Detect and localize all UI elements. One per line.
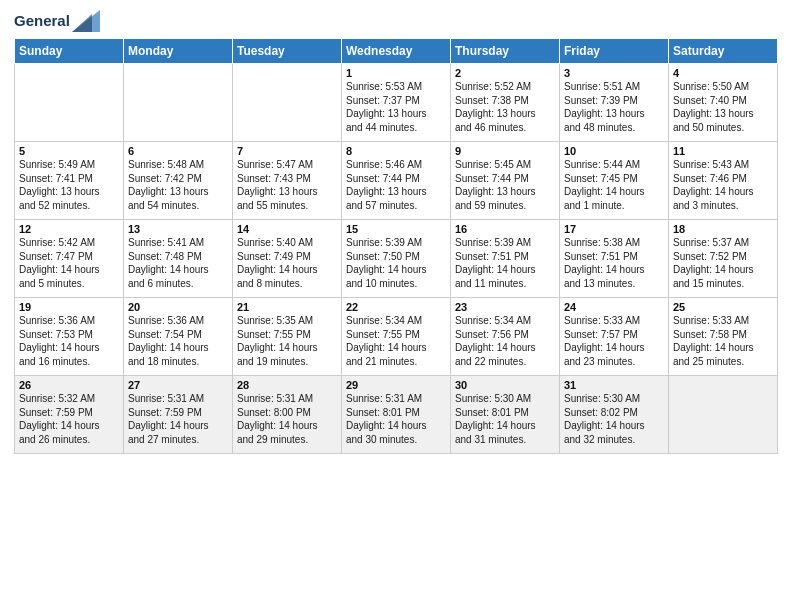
calendar-week-row: 1Sunrise: 5:53 AM Sunset: 7:37 PM Daylig… bbox=[15, 64, 778, 142]
calendar-day-header: Tuesday bbox=[233, 39, 342, 64]
calendar-cell: 2Sunrise: 5:52 AM Sunset: 7:38 PM Daylig… bbox=[451, 64, 560, 142]
day-number: 26 bbox=[19, 379, 119, 391]
day-number: 25 bbox=[673, 301, 773, 313]
calendar-day-header: Saturday bbox=[669, 39, 778, 64]
calendar-cell: 15Sunrise: 5:39 AM Sunset: 7:50 PM Dayli… bbox=[342, 220, 451, 298]
day-number: 17 bbox=[564, 223, 664, 235]
day-info: Sunrise: 5:41 AM Sunset: 7:48 PM Dayligh… bbox=[128, 236, 228, 290]
day-info: Sunrise: 5:39 AM Sunset: 7:50 PM Dayligh… bbox=[346, 236, 446, 290]
day-number: 14 bbox=[237, 223, 337, 235]
calendar-day-header: Monday bbox=[124, 39, 233, 64]
day-info: Sunrise: 5:45 AM Sunset: 7:44 PM Dayligh… bbox=[455, 158, 555, 212]
day-info: Sunrise: 5:44 AM Sunset: 7:45 PM Dayligh… bbox=[564, 158, 664, 212]
day-number: 27 bbox=[128, 379, 228, 391]
calendar-cell: 8Sunrise: 5:46 AM Sunset: 7:44 PM Daylig… bbox=[342, 142, 451, 220]
day-number: 22 bbox=[346, 301, 446, 313]
day-info: Sunrise: 5:32 AM Sunset: 7:59 PM Dayligh… bbox=[19, 392, 119, 446]
day-info: Sunrise: 5:30 AM Sunset: 8:02 PM Dayligh… bbox=[564, 392, 664, 446]
day-number: 7 bbox=[237, 145, 337, 157]
day-number: 16 bbox=[455, 223, 555, 235]
main-container: General SundayMondayTuesdayWednesdayThur… bbox=[0, 0, 792, 464]
day-info: Sunrise: 5:34 AM Sunset: 7:56 PM Dayligh… bbox=[455, 314, 555, 368]
calendar-cell: 5Sunrise: 5:49 AM Sunset: 7:41 PM Daylig… bbox=[15, 142, 124, 220]
day-info: Sunrise: 5:47 AM Sunset: 7:43 PM Dayligh… bbox=[237, 158, 337, 212]
calendar-day-header: Wednesday bbox=[342, 39, 451, 64]
day-number: 23 bbox=[455, 301, 555, 313]
day-info: Sunrise: 5:31 AM Sunset: 8:00 PM Dayligh… bbox=[237, 392, 337, 446]
day-info: Sunrise: 5:52 AM Sunset: 7:38 PM Dayligh… bbox=[455, 80, 555, 134]
day-number: 3 bbox=[564, 67, 664, 79]
calendar-week-row: 19Sunrise: 5:36 AM Sunset: 7:53 PM Dayli… bbox=[15, 298, 778, 376]
calendar-cell bbox=[15, 64, 124, 142]
day-number: 10 bbox=[564, 145, 664, 157]
day-number: 12 bbox=[19, 223, 119, 235]
day-number: 2 bbox=[455, 67, 555, 79]
calendar-cell: 16Sunrise: 5:39 AM Sunset: 7:51 PM Dayli… bbox=[451, 220, 560, 298]
calendar-cell: 10Sunrise: 5:44 AM Sunset: 7:45 PM Dayli… bbox=[560, 142, 669, 220]
day-number: 28 bbox=[237, 379, 337, 391]
day-info: Sunrise: 5:42 AM Sunset: 7:47 PM Dayligh… bbox=[19, 236, 119, 290]
day-number: 18 bbox=[673, 223, 773, 235]
day-info: Sunrise: 5:46 AM Sunset: 7:44 PM Dayligh… bbox=[346, 158, 446, 212]
calendar-cell: 12Sunrise: 5:42 AM Sunset: 7:47 PM Dayli… bbox=[15, 220, 124, 298]
calendar-cell: 27Sunrise: 5:31 AM Sunset: 7:59 PM Dayli… bbox=[124, 376, 233, 454]
day-info: Sunrise: 5:40 AM Sunset: 7:49 PM Dayligh… bbox=[237, 236, 337, 290]
calendar-cell: 29Sunrise: 5:31 AM Sunset: 8:01 PM Dayli… bbox=[342, 376, 451, 454]
day-number: 4 bbox=[673, 67, 773, 79]
day-info: Sunrise: 5:39 AM Sunset: 7:51 PM Dayligh… bbox=[455, 236, 555, 290]
day-number: 6 bbox=[128, 145, 228, 157]
calendar-cell: 4Sunrise: 5:50 AM Sunset: 7:40 PM Daylig… bbox=[669, 64, 778, 142]
day-info: Sunrise: 5:30 AM Sunset: 8:01 PM Dayligh… bbox=[455, 392, 555, 446]
calendar-cell bbox=[233, 64, 342, 142]
calendar-day-header: Thursday bbox=[451, 39, 560, 64]
calendar-cell: 26Sunrise: 5:32 AM Sunset: 7:59 PM Dayli… bbox=[15, 376, 124, 454]
day-info: Sunrise: 5:53 AM Sunset: 7:37 PM Dayligh… bbox=[346, 80, 446, 134]
day-info: Sunrise: 5:43 AM Sunset: 7:46 PM Dayligh… bbox=[673, 158, 773, 212]
calendar-week-row: 12Sunrise: 5:42 AM Sunset: 7:47 PM Dayli… bbox=[15, 220, 778, 298]
calendar-cell: 14Sunrise: 5:40 AM Sunset: 7:49 PM Dayli… bbox=[233, 220, 342, 298]
calendar-cell: 11Sunrise: 5:43 AM Sunset: 7:46 PM Dayli… bbox=[669, 142, 778, 220]
day-number: 24 bbox=[564, 301, 664, 313]
calendar-cell: 13Sunrise: 5:41 AM Sunset: 7:48 PM Dayli… bbox=[124, 220, 233, 298]
day-number: 5 bbox=[19, 145, 119, 157]
day-info: Sunrise: 5:49 AM Sunset: 7:41 PM Dayligh… bbox=[19, 158, 119, 212]
calendar-cell: 31Sunrise: 5:30 AM Sunset: 8:02 PM Dayli… bbox=[560, 376, 669, 454]
day-info: Sunrise: 5:35 AM Sunset: 7:55 PM Dayligh… bbox=[237, 314, 337, 368]
calendar-cell: 25Sunrise: 5:33 AM Sunset: 7:58 PM Dayli… bbox=[669, 298, 778, 376]
day-info: Sunrise: 5:36 AM Sunset: 7:53 PM Dayligh… bbox=[19, 314, 119, 368]
day-info: Sunrise: 5:33 AM Sunset: 7:57 PM Dayligh… bbox=[564, 314, 664, 368]
calendar-cell: 9Sunrise: 5:45 AM Sunset: 7:44 PM Daylig… bbox=[451, 142, 560, 220]
calendar-cell bbox=[669, 376, 778, 454]
calendar-week-row: 5Sunrise: 5:49 AM Sunset: 7:41 PM Daylig… bbox=[15, 142, 778, 220]
logo: General bbox=[14, 10, 100, 32]
calendar-cell: 23Sunrise: 5:34 AM Sunset: 7:56 PM Dayli… bbox=[451, 298, 560, 376]
day-info: Sunrise: 5:51 AM Sunset: 7:39 PM Dayligh… bbox=[564, 80, 664, 134]
day-number: 13 bbox=[128, 223, 228, 235]
day-number: 19 bbox=[19, 301, 119, 313]
calendar-cell: 19Sunrise: 5:36 AM Sunset: 7:53 PM Dayli… bbox=[15, 298, 124, 376]
calendar-cell: 7Sunrise: 5:47 AM Sunset: 7:43 PM Daylig… bbox=[233, 142, 342, 220]
calendar-day-header: Friday bbox=[560, 39, 669, 64]
calendar-day-header: Sunday bbox=[15, 39, 124, 64]
calendar-cell: 20Sunrise: 5:36 AM Sunset: 7:54 PM Dayli… bbox=[124, 298, 233, 376]
day-info: Sunrise: 5:31 AM Sunset: 8:01 PM Dayligh… bbox=[346, 392, 446, 446]
calendar-cell: 3Sunrise: 5:51 AM Sunset: 7:39 PM Daylig… bbox=[560, 64, 669, 142]
calendar-cell: 18Sunrise: 5:37 AM Sunset: 7:52 PM Dayli… bbox=[669, 220, 778, 298]
day-info: Sunrise: 5:50 AM Sunset: 7:40 PM Dayligh… bbox=[673, 80, 773, 134]
day-number: 30 bbox=[455, 379, 555, 391]
calendar-header-row: SundayMondayTuesdayWednesdayThursdayFrid… bbox=[15, 39, 778, 64]
calendar-cell: 21Sunrise: 5:35 AM Sunset: 7:55 PM Dayli… bbox=[233, 298, 342, 376]
day-number: 20 bbox=[128, 301, 228, 313]
day-info: Sunrise: 5:38 AM Sunset: 7:51 PM Dayligh… bbox=[564, 236, 664, 290]
day-number: 15 bbox=[346, 223, 446, 235]
calendar-cell: 1Sunrise: 5:53 AM Sunset: 7:37 PM Daylig… bbox=[342, 64, 451, 142]
calendar-week-row: 26Sunrise: 5:32 AM Sunset: 7:59 PM Dayli… bbox=[15, 376, 778, 454]
day-number: 21 bbox=[237, 301, 337, 313]
day-number: 31 bbox=[564, 379, 664, 391]
calendar-cell bbox=[124, 64, 233, 142]
day-info: Sunrise: 5:48 AM Sunset: 7:42 PM Dayligh… bbox=[128, 158, 228, 212]
calendar-cell: 22Sunrise: 5:34 AM Sunset: 7:55 PM Dayli… bbox=[342, 298, 451, 376]
calendar-cell: 30Sunrise: 5:30 AM Sunset: 8:01 PM Dayli… bbox=[451, 376, 560, 454]
logo-text: General bbox=[14, 12, 70, 29]
day-info: Sunrise: 5:34 AM Sunset: 7:55 PM Dayligh… bbox=[346, 314, 446, 368]
